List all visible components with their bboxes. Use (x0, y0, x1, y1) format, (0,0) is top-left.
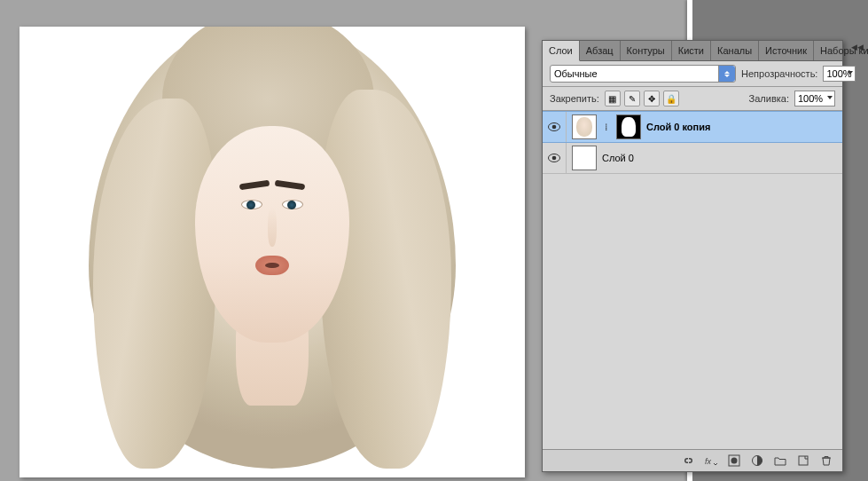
lock-pixels-button[interactable]: ✎ (624, 91, 640, 106)
eye-icon (548, 154, 560, 162)
blend-mode-value: Обычные (554, 68, 598, 79)
document-canvas[interactable] (20, 27, 525, 477)
folder-icon (774, 454, 786, 467)
chevron-down-icon (848, 71, 853, 75)
mask-icon (728, 454, 740, 467)
layer-name[interactable]: Слой 0 (602, 153, 634, 163)
portrait-image (68, 27, 476, 477)
lock-position-button[interactable]: ✥ (644, 91, 660, 106)
layer-thumbnail[interactable] (572, 114, 597, 139)
lock-label: Закрепить: (550, 93, 599, 104)
fx-icon: fx (705, 454, 717, 467)
eye-icon (548, 122, 560, 131)
new-page-icon (797, 454, 809, 467)
layers-panel: Слои Абзац Контуры Кисти Каналы Источник… (542, 40, 843, 472)
tab-layers[interactable]: Слои (543, 41, 580, 61)
visibility-toggle[interactable] (548, 152, 560, 164)
transparency-icon: ▦ (608, 94, 616, 104)
chevron-down-icon (827, 96, 833, 99)
add-mask-button[interactable] (727, 453, 741, 468)
tab-source[interactable]: Источник (759, 41, 814, 60)
workspace: ◀◀ Слои Абзац Контуры Кисти Каналы Источ… (0, 0, 868, 481)
divider (566, 112, 567, 142)
mask-thumbnail[interactable] (616, 114, 641, 139)
fill-input[interactable]: 100% (794, 91, 835, 106)
svg-point-3 (552, 156, 557, 161)
adjustment-layer-button[interactable] (750, 453, 764, 468)
svg-point-1 (552, 125, 557, 130)
lock-icon: 🔒 (666, 94, 676, 104)
tab-paths[interactable]: Контуры (621, 41, 672, 60)
new-group-button[interactable] (773, 453, 787, 468)
chevron-updown-icon (718, 66, 735, 82)
layer-fx-button[interactable]: fx (704, 453, 718, 468)
tab-brushes[interactable]: Кисти (672, 41, 711, 60)
layer-row[interactable]: ⁞ Слой 0 копия (543, 111, 842, 143)
layer-name[interactable]: Слой 0 копия (646, 122, 710, 132)
fill-value: 100% (798, 93, 823, 104)
fill-label: Заливка: (749, 93, 789, 104)
layer-thumbnail[interactable] (572, 146, 597, 170)
tab-presets[interactable]: Наборы ки (814, 41, 868, 60)
lock-transparency-button[interactable]: ▦ (605, 91, 621, 106)
tab-channels[interactable]: Каналы (711, 41, 759, 60)
mask-link-icon[interactable]: ⁞ (602, 122, 611, 133)
layer-row[interactable]: Слой 0 (543, 143, 842, 174)
svg-point-6 (731, 458, 738, 464)
panel-tabs: Слои Абзац Контуры Кисти Каналы Источник… (543, 41, 842, 61)
link-layers-button[interactable] (681, 453, 695, 468)
layer-list: ⁞ Слой 0 копия Слой 0 (543, 111, 842, 449)
delete-layer-button[interactable] (819, 453, 833, 468)
lock-row: Закрепить: ▦ ✎ ✥ 🔒 Заливка: 100% (543, 87, 842, 111)
lock-all-button[interactable]: 🔒 (663, 91, 679, 106)
blend-options-row: Обычные Непрозрачность: 100% (543, 61, 842, 87)
new-layer-button[interactable] (796, 453, 810, 468)
opacity-input[interactable]: 100% (823, 66, 855, 82)
trash-icon (820, 454, 833, 467)
divider (566, 143, 567, 173)
svg-text:fx: fx (705, 457, 712, 466)
brush-icon: ✎ (629, 94, 636, 104)
svg-rect-8 (799, 456, 808, 465)
tab-paragraph[interactable]: Абзац (580, 41, 621, 60)
opacity-label: Непрозрачность: (741, 68, 817, 79)
move-icon: ✥ (648, 94, 655, 104)
adjustment-icon (751, 454, 763, 467)
visibility-toggle[interactable] (548, 121, 560, 133)
panel-footer: fx (543, 449, 842, 471)
blend-mode-select[interactable]: Обычные (550, 65, 736, 83)
link-icon (682, 454, 694, 467)
